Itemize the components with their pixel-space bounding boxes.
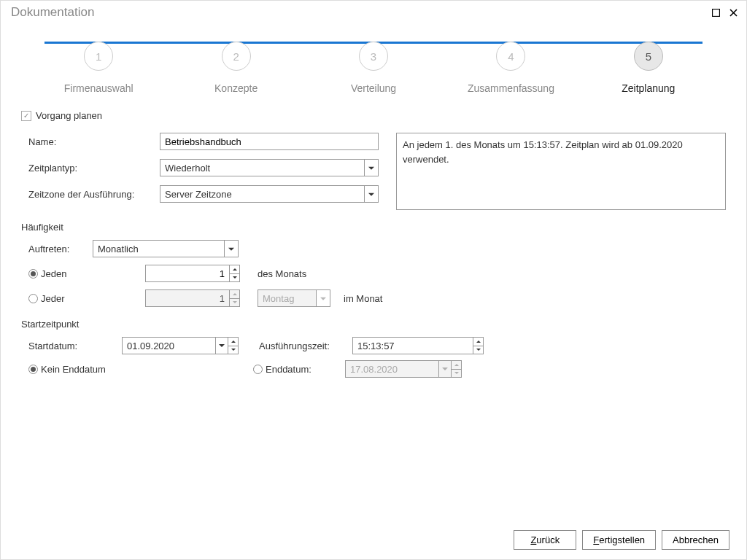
step-1-number: 1 <box>84 42 113 71</box>
finish-button[interactable]: Fertigstellen <box>582 530 656 550</box>
noend-label: Kein Enddatum <box>41 364 106 375</box>
enddate-value: 17.08.2020 <box>346 361 438 377</box>
wizard-steps: 1 Firmenauswahl 2 Konzepte 3 Verteilung … <box>1 27 746 104</box>
step-3-label: Verteilung <box>305 82 442 94</box>
tz-value: Server Zeitzone <box>165 189 232 200</box>
every-suffix: im Monat <box>344 293 382 304</box>
noend-radio[interactable] <box>28 365 38 374</box>
step-4[interactable]: 4 Zusammenfassung <box>442 42 579 94</box>
name-label: Name: <box>28 136 160 147</box>
exectime-value: 15:13:57 <box>353 338 473 354</box>
plan-checkbox[interactable]: ✓ <box>21 111 31 121</box>
chevron-down-icon <box>228 248 234 251</box>
schedule-summary: An jedem 1. des Monats um 15:13:57. Zeit… <box>396 133 726 210</box>
spinner-icon[interactable] <box>228 338 238 354</box>
step-5-number: 5 <box>634 42 663 71</box>
chevron-down-icon <box>438 361 451 377</box>
step-4-number: 4 <box>496 42 525 71</box>
every-ordinal-value <box>149 292 226 305</box>
back-button[interactable]: Zurück <box>514 530 576 550</box>
enddate-picker: 17.08.2020 <box>345 360 462 378</box>
tz-label: Zeitzone der Ausführung: <box>28 189 160 200</box>
close-icon[interactable] <box>727 7 739 18</box>
plan-row: ✓ Vorgang planen <box>21 110 726 121</box>
step-5-label: Zeitplanung <box>580 82 717 94</box>
step-1-label: Firmenauswahl <box>30 82 167 94</box>
plan-checkbox-label: Vorgang planen <box>36 110 102 121</box>
spinner-icon[interactable] <box>473 338 483 354</box>
mode-every-label: Jeder <box>41 293 65 304</box>
step-2[interactable]: 2 Konzepte <box>167 42 304 94</box>
type-label: Zeitplantyp: <box>28 163 160 174</box>
each-day-spin[interactable] <box>145 265 240 282</box>
mode-each-radio[interactable] <box>28 269 38 279</box>
svg-rect-0 <box>712 9 719 16</box>
step-2-number: 2 <box>222 42 251 71</box>
step-4-label: Zusammenfassung <box>442 82 579 94</box>
step-2-label: Konzepte <box>167 82 304 94</box>
occur-label: Auftreten: <box>28 244 87 254</box>
occur-combo[interactable]: Monatlich <box>93 240 239 257</box>
step-1[interactable]: 1 Firmenauswahl <box>30 42 167 94</box>
exectime-label: Ausführungszeit: <box>259 341 347 351</box>
start-header: Startzeitpunkt <box>21 319 726 330</box>
step-5[interactable]: 5 Zeitplanung <box>580 42 717 94</box>
startdate-value: 01.09.2020 <box>123 338 215 354</box>
every-day-combo: Montag <box>258 289 330 307</box>
name-input[interactable] <box>160 133 379 150</box>
startdate-picker[interactable]: 01.09.2020 <box>122 337 239 354</box>
exectime-picker[interactable]: 15:13:57 <box>352 337 484 354</box>
chevron-down-icon[interactable] <box>215 338 228 354</box>
maximize-icon[interactable] <box>710 7 721 18</box>
mode-every-radio[interactable] <box>28 294 38 303</box>
each-day-value[interactable] <box>149 268 226 280</box>
chevron-down-icon <box>368 167 374 170</box>
enddate-label: Enddatum: <box>266 364 311 375</box>
spinner-icon <box>451 361 461 377</box>
spinner-icon <box>229 290 239 306</box>
each-suffix: des Monats <box>258 268 306 279</box>
step-3[interactable]: 3 Verteilung <box>305 42 442 94</box>
every-ordinal-spin <box>145 289 240 307</box>
title-bar: Dokumentation <box>1 1 746 27</box>
window-title: Dokumentation <box>11 5 704 20</box>
step-3-number: 3 <box>359 42 388 71</box>
spinner-icon[interactable] <box>229 265 239 281</box>
type-value: Wiederholt <box>165 163 210 174</box>
startdate-label: Startdatum: <box>28 341 116 351</box>
frequency-header: Häufigkeit <box>21 222 726 233</box>
mode-each-label: Jeden <box>41 268 66 279</box>
cancel-button[interactable]: Abbrechen <box>662 530 729 550</box>
chevron-down-icon <box>320 298 326 300</box>
tz-combo[interactable]: Server Zeitzone <box>160 185 379 203</box>
type-combo[interactable]: Wiederholt <box>160 159 379 176</box>
occur-value: Monatlich <box>98 244 139 254</box>
every-day-value: Montag <box>263 293 294 304</box>
chevron-down-icon <box>368 193 374 196</box>
enddate-radio[interactable] <box>253 365 263 374</box>
